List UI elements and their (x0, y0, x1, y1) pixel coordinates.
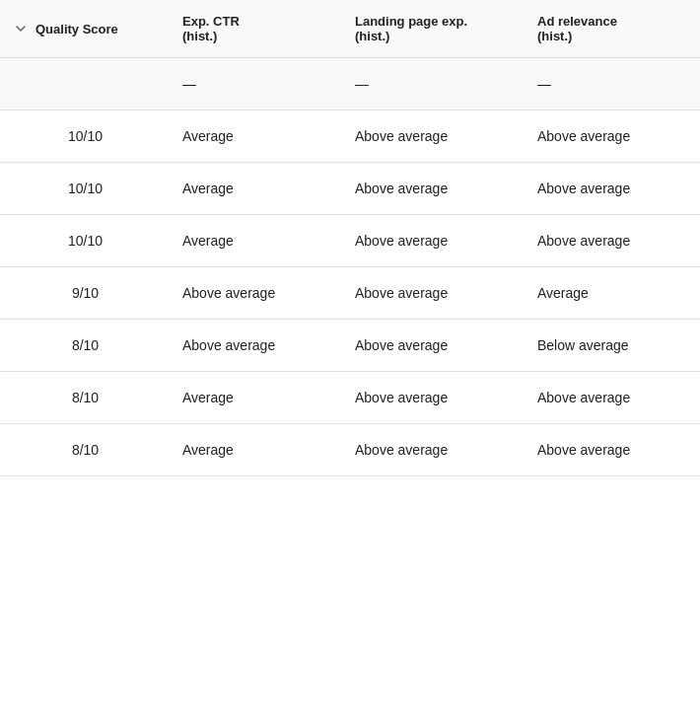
cell-landing-page: — (343, 58, 525, 110)
cell-ad-relevance: — (525, 58, 700, 110)
cell-exp-ctr: Above average (171, 267, 343, 320)
header-exp-ctr-label: Exp. CTR (182, 14, 240, 29)
header-exp-ctr-sub: (hist.) (182, 29, 217, 43)
cell-ad-relevance: Average (525, 267, 700, 320)
cell-exp-ctr: Average (171, 110, 343, 163)
cell-quality-score: 8/10 (0, 424, 171, 476)
cell-quality-score: 10/10 (0, 215, 171, 267)
header-landing-page-label: Landing page exp. (355, 14, 467, 29)
cell-exp-ctr: Average (171, 372, 343, 424)
cell-landing-page: Above average (343, 424, 525, 476)
table-container: Quality Score Exp. CTR (hist.) Landing p… (0, 0, 700, 476)
cell-exp-ctr: Average (171, 215, 343, 267)
cell-ad-relevance: Above average (525, 110, 700, 163)
header-exp-ctr: Exp. CTR (hist.) (171, 0, 343, 58)
cell-ad-relevance: Above average (525, 424, 700, 476)
cell-ad-relevance: Above average (525, 372, 700, 424)
table-row: 10/10AverageAbove averageAbove average (0, 215, 700, 267)
cell-landing-page: Above average (343, 267, 525, 320)
cell-landing-page: Above average (343, 163, 525, 215)
cell-landing-page: Above average (343, 110, 525, 163)
table-header-row: Quality Score Exp. CTR (hist.) Landing p… (0, 0, 700, 58)
cell-quality-score: 8/10 (0, 372, 171, 424)
cell-landing-page: Above average (343, 320, 525, 372)
table-row: ——— (0, 58, 700, 110)
cell-quality-score: 9/10 (0, 267, 171, 320)
sort-down-icon (12, 20, 30, 37)
cell-landing-page: Above average (343, 372, 525, 424)
header-ad-relevance-sub: (hist.) (537, 29, 572, 43)
cell-exp-ctr: Above average (171, 320, 343, 372)
header-ad-relevance-label: Ad relevance (537, 14, 617, 29)
cell-landing-page: Above average (343, 215, 525, 267)
cell-ad-relevance: Above average (525, 215, 700, 267)
table-row: 8/10AverageAbove averageAbove average (0, 372, 700, 424)
table-row: 9/10Above averageAbove averageAverage (0, 267, 700, 320)
cell-ad-relevance: Above average (525, 163, 700, 215)
cell-exp-ctr: Average (171, 163, 343, 215)
header-ad-relevance: Ad relevance (hist.) (525, 0, 700, 58)
cell-quality-score: 10/10 (0, 110, 171, 163)
table-row: 8/10Above averageAbove averageBelow aver… (0, 320, 700, 372)
cell-exp-ctr: Average (171, 424, 343, 476)
cell-ad-relevance: Below average (525, 320, 700, 372)
table-row: 10/10AverageAbove averageAbove average (0, 110, 700, 163)
cell-exp-ctr: — (171, 58, 343, 110)
header-quality-score[interactable]: Quality Score (0, 0, 171, 58)
cell-quality-score: 10/10 (0, 163, 171, 215)
header-landing-page: Landing page exp. (hist.) (343, 0, 525, 58)
cell-quality-score (0, 58, 171, 110)
table-row: 10/10AverageAbove averageAbove average (0, 163, 700, 215)
quality-score-table: Quality Score Exp. CTR (hist.) Landing p… (0, 0, 700, 476)
cell-quality-score: 8/10 (0, 320, 171, 372)
header-landing-page-sub: (hist.) (355, 29, 389, 43)
header-quality-score-label: Quality Score (35, 22, 118, 36)
table-row: 8/10AverageAbove averageAbove average (0, 424, 700, 476)
